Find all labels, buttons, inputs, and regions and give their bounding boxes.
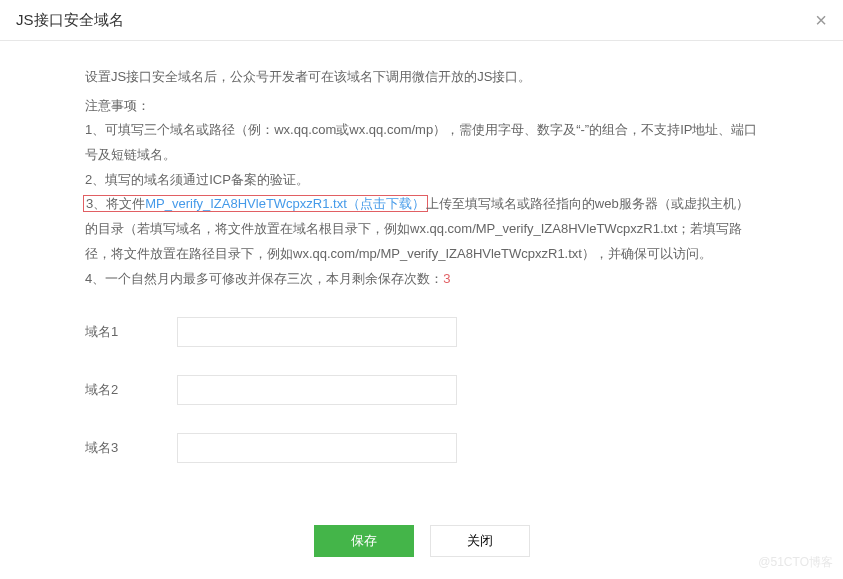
field-row-1: 域名1	[85, 317, 758, 347]
domain-form: 域名1 域名2 域名3	[85, 317, 758, 463]
field-row-3: 域名3	[85, 433, 758, 463]
note-3-highlight: 3、将文件MP_verify_IZA8HVleTWcpxzR1.txt（点击下载…	[83, 195, 428, 212]
note-4: 4、一个自然月内最多可修改并保存三次，本月剩余保存次数：3	[85, 267, 758, 292]
domain-input-1[interactable]	[177, 317, 457, 347]
dialog-footer: 保存 关闭	[0, 525, 843, 557]
close-button[interactable]: 关闭	[430, 525, 530, 557]
field-row-2: 域名2	[85, 375, 758, 405]
close-icon[interactable]: ×	[815, 10, 827, 30]
intro-text: 设置JS接口安全域名后，公众号开发者可在该域名下调用微信开放的JS接口。	[85, 65, 758, 90]
note-1: 1、可填写三个域名或路径（例：wx.qq.com或wx.qq.com/mp），需…	[85, 118, 758, 167]
domain-input-3[interactable]	[177, 433, 457, 463]
domain-input-2[interactable]	[177, 375, 457, 405]
field-label-1: 域名1	[85, 320, 177, 345]
note-4-pre: 4、一个自然月内最多可修改并保存三次，本月剩余保存次数：	[85, 271, 443, 286]
dialog: JS接口安全域名 × 设置JS接口安全域名后，公众号开发者可在该域名下调用微信开…	[0, 0, 843, 579]
field-label-2: 域名2	[85, 378, 177, 403]
field-label-3: 域名3	[85, 436, 177, 461]
watermark: @51CTO博客	[758, 554, 833, 571]
note-2: 2、填写的域名须通过ICP备案的验证。	[85, 168, 758, 193]
dialog-content: 设置JS接口安全域名后，公众号开发者可在该域名下调用微信开放的JS接口。 注意事…	[0, 41, 843, 463]
download-link[interactable]: MP_verify_IZA8HVleTWcpxzR1.txt（点击下载）	[145, 196, 425, 211]
notes-title: 注意事项：	[85, 94, 758, 119]
save-button[interactable]: 保存	[314, 525, 414, 557]
note-3: 3、将文件MP_verify_IZA8HVleTWcpxzR1.txt（点击下载…	[85, 192, 758, 266]
note-3-pre: 3、将文件	[86, 196, 145, 211]
note-4-count: 3	[443, 271, 450, 286]
dialog-header: JS接口安全域名 ×	[0, 0, 843, 41]
dialog-title: JS接口安全域名	[16, 11, 124, 30]
